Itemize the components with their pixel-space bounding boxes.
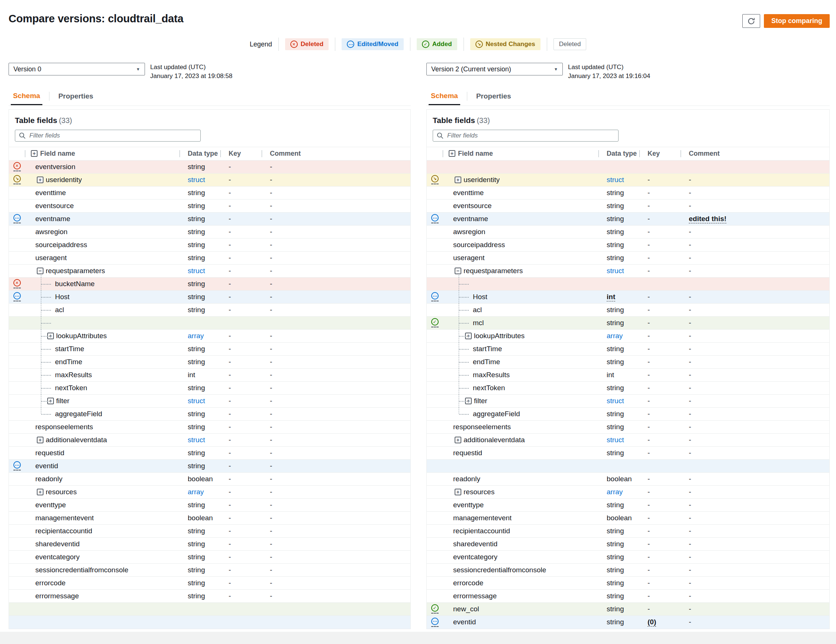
table-row: sourceipaddressstring-- [9,238,410,251]
comment-cell: - [681,423,829,431]
data-type-cell: string [180,228,220,236]
field-name: eventversion [35,163,75,171]
tab-schema[interactable]: Schema [11,92,42,105]
key-cell: - [220,553,262,561]
right-table-panel: Table fields (33) + Field name [426,109,829,629]
comment-cell: edited this! [681,215,829,223]
status-cell: … [9,214,25,223]
expand-icon[interactable]: + [37,489,44,496]
legend-divider [335,37,335,51]
table-row: responseelementsstring-- [9,421,410,434]
edited-status-icon[interactable]: … [431,618,439,627]
expand-icon[interactable]: + [455,437,461,443]
comment-cell: - [262,280,410,288]
expand-icon[interactable]: + [37,437,44,443]
key-value: - [229,332,231,340]
edited-status-icon[interactable]: … [431,292,439,302]
tree-connector [459,284,469,285]
field-name-cell: responseelements [443,421,598,433]
field-name: sessioncredentialfromconsole [35,566,128,574]
expand-icon[interactable]: + [37,176,44,183]
key-cell: - [639,397,681,405]
right-version-select[interactable]: Version 2 (Current version) ▼ [426,63,563,75]
table-row: aggregateFieldstring-- [427,408,829,421]
key-cell: - [639,579,681,587]
field-name-cell: −requestparameters [443,264,598,277]
refresh-button[interactable] [742,14,760,28]
data-type-cell: struct [180,436,220,444]
comment-value: - [689,436,691,444]
left-version-select[interactable]: Version 0 ▼ [8,63,145,75]
tab-properties[interactable]: Properties [56,92,96,104]
data-type-value[interactable]: struct [607,267,624,275]
expand-icon[interactable]: + [455,489,461,496]
filter-fields-input[interactable] [433,130,619,142]
data-type-cell: string [598,553,639,561]
table-row: managementeventboolean-- [9,512,410,525]
data-type-cell: string [598,423,639,431]
field-name-cell: aggregateField [25,408,180,420]
edited-status-icon[interactable]: … [431,214,439,223]
comment-cell: - [681,254,829,262]
data-type-cell: string [598,501,639,509]
data-type-cell: string [180,553,220,561]
deleted-status-icon[interactable]: ✕ [13,279,21,289]
field-name-cell: eventsource [443,200,598,212]
edited-status-icon[interactable]: … [13,461,21,470]
expand-icon[interactable]: + [455,176,461,183]
data-type-cell: struct [598,176,639,184]
data-type-value[interactable]: struct [188,436,205,444]
data-type-value[interactable]: array [188,488,204,496]
key-cell: - [639,319,681,327]
data-type-value[interactable]: array [188,332,204,340]
deleted-status-icon[interactable]: ✕ [13,162,21,171]
data-type-value[interactable]: struct [607,397,624,405]
placeholder-row [9,616,410,629]
table-row: sharedeventidstring-- [427,538,829,551]
data-type-value[interactable]: array [607,488,623,496]
data-type-cell: string [180,306,220,314]
table-row: ✓mclstring-- [427,316,829,329]
expand-all-icon[interactable]: + [449,150,456,157]
key-cell: - [220,592,262,600]
field-name-cell: eventcategory [25,551,180,563]
edited-status-icon[interactable]: … [13,292,21,302]
tab-schema[interactable]: Schema [429,92,460,105]
field-name: Host [473,293,487,301]
field-name: eventtime [35,189,66,197]
data-type-value[interactable]: struct [607,436,624,444]
comment-cell: - [681,202,829,210]
legend-item-nested-changes: ↘ Nested Changes [470,38,540,50]
field-name: responseelements [453,423,511,431]
data-type-value: string [607,449,624,457]
left-table-head: Table fields (33) [9,109,410,142]
data-type-cell: string [180,163,220,171]
expand-all-icon[interactable]: + [31,150,38,157]
filter-fields-input[interactable] [15,130,201,142]
key-value: - [648,267,650,275]
comment-cell: - [262,592,410,600]
added-status-icon[interactable]: ✓ [431,318,439,328]
data-type-value[interactable]: struct [188,397,205,405]
data-type-cell: array [180,332,220,340]
collapse-icon[interactable]: − [455,267,461,274]
field-name-cell: +filter [443,395,598,407]
key-cell: - [639,215,681,223]
tab-properties[interactable]: Properties [474,92,513,104]
nested-status-icon[interactable]: ↘ [13,175,21,184]
tree-line [459,407,459,414]
legend-label: Legend [250,41,272,48]
collapse-icon[interactable]: − [37,267,44,274]
field-name: sessioncredentialfromconsole [453,566,546,574]
nested-status-icon[interactable]: ↘ [431,175,439,184]
data-type-value[interactable]: array [607,332,623,340]
added-status-icon[interactable]: ✓ [431,604,439,613]
top-bar: Compare versions: cloudtrail_data Stop c… [0,0,836,28]
data-type-value[interactable]: struct [188,267,205,275]
key-value: - [229,267,231,275]
data-type-value[interactable]: struct [607,176,624,184]
stop-comparing-button[interactable]: Stop comparing [764,14,829,28]
data-type-value: int [607,293,615,302]
edited-status-icon[interactable]: … [13,214,21,223]
data-type-value[interactable]: struct [188,176,205,184]
